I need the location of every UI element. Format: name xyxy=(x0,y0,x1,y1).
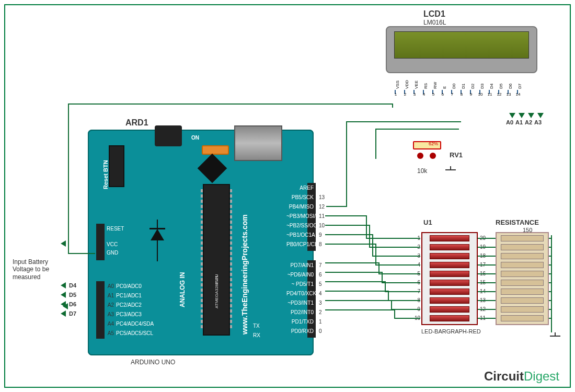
analog-A5: A5 xyxy=(104,330,114,336)
pinnum: 11 xyxy=(319,213,325,219)
u1-part: LED-BARGRAPH-RED xyxy=(421,328,481,335)
potentiometer-rv1 xyxy=(409,140,446,162)
analog-in-label: ANALOG IN xyxy=(179,272,186,307)
arduino-part: ARDUINO UNO xyxy=(131,359,175,366)
resistor xyxy=(501,235,544,241)
d7-arrow xyxy=(61,310,66,317)
circuitdigest-logo: CircuitDigest xyxy=(484,369,559,384)
bus-a1: A1 xyxy=(515,119,523,125)
resistor xyxy=(501,262,544,268)
wire xyxy=(375,244,376,264)
pin-5: ~ PD5/T1 xyxy=(286,281,314,287)
wire xyxy=(325,272,382,273)
diode-icon xyxy=(151,229,164,240)
wire xyxy=(325,262,378,263)
atmega-ic xyxy=(203,184,230,336)
resistor xyxy=(501,289,544,295)
wire xyxy=(346,121,347,207)
wire xyxy=(385,281,386,291)
resistor xyxy=(501,271,544,277)
analog-name: PC0/ADC0 xyxy=(116,283,142,289)
pin-vcc: VCC xyxy=(107,241,118,247)
bargraph-segment xyxy=(430,262,469,268)
pin-6: ~PD6/AIN0 xyxy=(286,272,314,278)
bargraph-segment xyxy=(430,235,469,241)
analog-name: PC1/ADC1 xyxy=(116,293,142,298)
bargraph-segment xyxy=(430,297,469,304)
wire xyxy=(366,238,420,239)
power-header xyxy=(96,224,105,260)
pinnum: 1 xyxy=(319,319,322,325)
wire xyxy=(68,253,95,254)
wire xyxy=(325,300,391,301)
bus-d6: D6 xyxy=(69,301,76,307)
pin-1: PD1/TXD xyxy=(286,319,314,325)
tx-label: TX xyxy=(253,323,260,329)
wire xyxy=(325,281,385,282)
usb-connector xyxy=(234,125,282,161)
pin-11: ~PB3/MOSI/OC2A xyxy=(286,213,314,219)
wire xyxy=(325,244,375,245)
wire xyxy=(375,264,420,266)
wire xyxy=(325,225,369,226)
bargraph-segment xyxy=(430,289,469,295)
lcd-module xyxy=(386,26,537,73)
pinnum: 9 xyxy=(319,232,322,238)
bargraph-segment xyxy=(430,315,469,321)
bus-d7: D7 xyxy=(69,310,76,317)
ground-icon-2 xyxy=(550,332,560,340)
pin-reset: RESET xyxy=(107,226,124,232)
pin-0: PD0/RXD xyxy=(286,328,314,334)
pin-4: PD4/T0/XCK xyxy=(286,291,314,296)
pinnum: 6 xyxy=(319,272,322,278)
diode-bar xyxy=(150,228,165,229)
reset-button[interactable] xyxy=(109,145,124,187)
wire xyxy=(392,103,393,108)
wire xyxy=(346,121,461,122)
pinnum: 2 xyxy=(319,309,322,315)
pin-8: PB0/ICP1/CLKO xyxy=(286,241,314,247)
pin-13: PB5/SCK xyxy=(286,194,314,200)
pinnum: 10 xyxy=(319,223,325,228)
wire xyxy=(68,103,392,105)
wire xyxy=(391,300,392,309)
resistor xyxy=(501,315,544,321)
rv1-value: 10k xyxy=(417,167,427,175)
pinnum: 8 xyxy=(319,241,322,247)
wire xyxy=(382,282,420,283)
analog-name: PC2/ADC2 xyxy=(116,302,142,308)
diode-body xyxy=(157,220,158,261)
on-led-label: ON xyxy=(191,135,199,141)
wire xyxy=(372,256,420,257)
wire xyxy=(394,318,420,319)
resistor xyxy=(501,297,544,304)
bus-a3: A3 xyxy=(534,119,542,125)
lcd-part: LM016L xyxy=(423,19,446,26)
pin-gnd: GND xyxy=(107,250,118,256)
ic-code: 1121 xyxy=(214,275,219,284)
wire xyxy=(388,300,420,301)
analog-A1: A1 xyxy=(104,293,114,298)
resistor xyxy=(501,280,544,286)
rv1-ref: RV1 xyxy=(450,151,463,159)
wire xyxy=(394,309,395,318)
ground-icon xyxy=(445,166,456,174)
pin-3: ~PD3/INT1 xyxy=(286,300,314,306)
wire xyxy=(385,291,420,292)
wire xyxy=(378,273,420,274)
resistor xyxy=(501,306,544,313)
d6-arrow xyxy=(61,301,66,307)
pinnum: 0 xyxy=(319,328,322,334)
analog-name: PC3/ADC3 xyxy=(116,312,142,317)
lcd-screen xyxy=(394,31,529,59)
pin-12: PB4/MISO xyxy=(286,204,314,210)
bargraph-segment xyxy=(430,306,469,313)
wire xyxy=(326,206,347,207)
wire xyxy=(325,234,372,235)
bargraph-segment xyxy=(430,244,469,250)
wire xyxy=(382,272,383,282)
arduino-ref: ARD1 xyxy=(125,118,148,128)
analog-A3: A3 xyxy=(104,312,114,317)
rx-label: RX xyxy=(253,332,260,338)
wire xyxy=(372,234,373,256)
